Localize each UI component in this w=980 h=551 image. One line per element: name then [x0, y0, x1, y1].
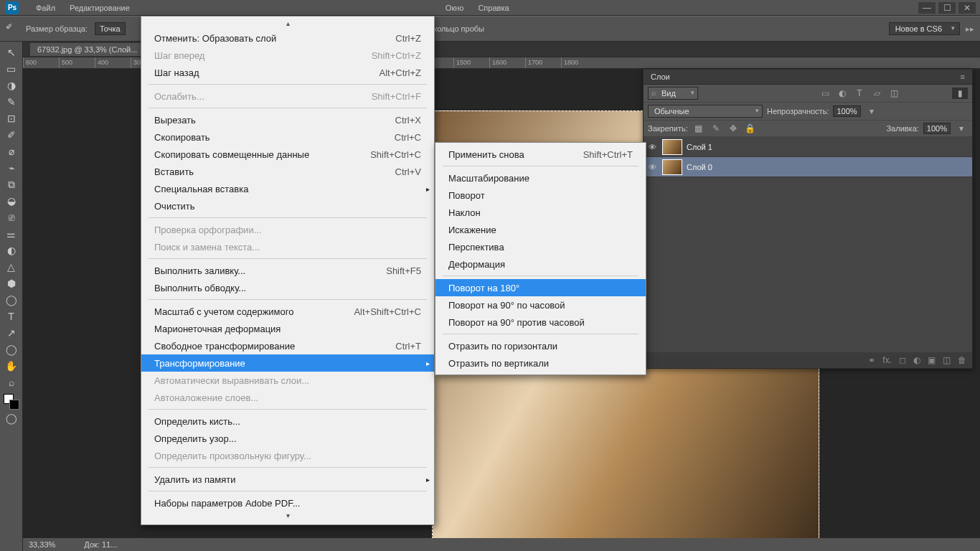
tool-19[interactable]: ✋	[4, 358, 19, 374]
fill-value[interactable]: 100%	[923, 123, 951, 134]
menu-edit[interactable]: Редактирование	[62, 1, 137, 14]
menu-item[interactable]: Масштабирование	[435, 169, 646, 187]
menu-item[interactable]: Применить сноваShift+Ctrl+T	[435, 146, 646, 163]
lock-transparent-icon[interactable]: ▦	[692, 123, 705, 134]
layer-group-icon[interactable]: ▣	[928, 355, 936, 365]
menu-item[interactable]: Деформация	[435, 255, 646, 273]
tool-11[interactable]: ⚌	[4, 226, 19, 242]
tool-20[interactable]: ⌕	[4, 375, 19, 390]
panel-menu-icon[interactable]: ≡	[961, 72, 965, 81]
menu-item[interactable]: Выполнить обводку...	[141, 279, 434, 296]
maximize-button[interactable]: ☐	[938, 2, 956, 14]
menu-item[interactable]: Удалить из памяти▸	[141, 471, 434, 488]
new-layer-icon[interactable]: ◫	[943, 355, 951, 365]
filter-image-icon[interactable]: ▭	[819, 88, 831, 99]
menu-item[interactable]: Наборы параметров Adobe PDF...	[141, 494, 434, 512]
menu-item[interactable]: Наклон	[435, 204, 646, 221]
opacity-value[interactable]: 100%	[833, 105, 860, 117]
menu-item[interactable]: Перспектива	[435, 238, 646, 255]
tool-12[interactable]: ◐	[4, 242, 19, 258]
menu-item[interactable]: Шаг назадAlt+Ctrl+Z	[141, 64, 434, 81]
tool-17[interactable]: ↗	[4, 325, 19, 341]
menu-item[interactable]: Искажение	[435, 221, 646, 238]
menu-item[interactable]: Трансформирование▸	[141, 354, 434, 372]
filter-smart-icon[interactable]: ◫	[887, 88, 900, 99]
filter-toggle[interactable]: ▮	[952, 88, 968, 99]
menu-item[interactable]: СкопироватьCtrl+C	[141, 128, 434, 146]
menu-item[interactable]: Поворот на 90° против часовой	[435, 314, 646, 331]
tool-4[interactable]: ⊡	[4, 110, 19, 126]
layer-thumbnail[interactable]	[662, 139, 682, 155]
layer-fx-icon[interactable]: fx.	[882, 355, 892, 365]
quick-mask-icon[interactable]: ◯	[4, 410, 19, 426]
menu-item[interactable]: Определить узор...	[141, 430, 434, 447]
tool-15[interactable]: ◯	[4, 292, 19, 308]
filter-text-icon[interactable]: T	[853, 88, 866, 99]
tool-3[interactable]: ✎	[4, 94, 19, 110]
menu-scroll-up[interactable]: ▴	[141, 19, 434, 29]
visibility-icon[interactable]: 👁	[646, 163, 658, 171]
tool-7[interactable]: ⌁	[4, 160, 19, 176]
menu-help[interactable]: Справка	[471, 1, 516, 14]
tool-13[interactable]: △	[4, 259, 19, 275]
filter-adjust-icon[interactable]: ◐	[836, 88, 849, 99]
tool-10[interactable]: ⎚	[4, 209, 19, 225]
adjustment-layer-icon[interactable]: ◐	[913, 355, 920, 365]
whats-new-dropdown[interactable]: Новое в CS6	[889, 22, 960, 35]
menu-item[interactable]: Отменить: Образовать слойCtrl+Z	[141, 29, 434, 47]
layer-filter-type[interactable]: Вид	[648, 87, 698, 100]
menu-item[interactable]: Выполнить заливку...Shift+F5	[141, 262, 434, 279]
doc-info[interactable]: Док: 11...	[84, 540, 117, 549]
tool-5[interactable]: ✐	[4, 127, 19, 143]
layer-thumbnail[interactable]	[662, 159, 682, 175]
menu-item[interactable]: Марионеточная деформация	[141, 320, 434, 337]
lock-all-icon[interactable]: 🔒	[744, 123, 757, 134]
layer-row[interactable]: 👁Слой 0	[644, 157, 972, 177]
tool-2[interactable]: ◑	[4, 77, 19, 93]
menu-item[interactable]: ВырезатьCtrl+X	[141, 111, 434, 128]
menu-item[interactable]: Масштаб с учетом содержимогоAlt+Shift+Ct…	[141, 303, 434, 320]
menu-scroll-down[interactable]: ▾	[141, 512, 434, 522]
color-swatches[interactable]	[4, 394, 19, 410]
tool-6[interactable]: ⌀	[4, 143, 19, 159]
sample-size-value[interactable]: Точка	[95, 22, 126, 35]
minimize-button[interactable]: —	[918, 2, 936, 14]
collapse-icon[interactable]: ▸▸	[966, 24, 974, 34]
layers-panel-tab[interactable]: Слои ≡	[644, 70, 972, 85]
tool-8[interactable]: ⧉	[4, 176, 19, 192]
menu-item[interactable]: ВставитьCtrl+V	[141, 163, 434, 180]
tool-18[interactable]: ◯	[4, 342, 19, 357]
lock-position-icon[interactable]: ✥	[727, 123, 740, 134]
delete-layer-icon[interactable]: 🗑	[958, 355, 966, 365]
layer-name[interactable]: Слой 0	[687, 163, 712, 171]
menu-item[interactable]: Отразить по вертикали	[435, 354, 646, 372]
fill-arrow-icon[interactable]: ▾	[955, 123, 968, 134]
menu-item[interactable]: Поворот на 180°	[435, 279, 646, 296]
menu-item[interactable]: Определить кисть...	[141, 413, 434, 430]
menu-file[interactable]: Файл	[29, 1, 62, 14]
menu-item[interactable]: Отразить по горизонтали	[435, 337, 646, 354]
close-button[interactable]: ✕	[958, 2, 976, 14]
tool-0[interactable]: ↖	[4, 44, 19, 60]
menu-window[interactable]: Окно	[438, 1, 471, 14]
tool-14[interactable]: ⬢	[4, 276, 19, 291]
menu-item[interactable]: Поворот на 90° по часовой	[435, 296, 646, 314]
tool-9[interactable]: ◒	[4, 193, 19, 209]
tool-1[interactable]: ▭	[4, 61, 19, 77]
menu-item[interactable]: Скопировать совмещенные данныеShift+Ctrl…	[141, 146, 434, 163]
menu-item[interactable]: Специальная вставка▸	[141, 180, 434, 197]
zoom-readout[interactable]: 33,33%	[29, 540, 55, 549]
lock-paint-icon[interactable]: ✎	[710, 123, 722, 134]
tool-16[interactable]: T	[4, 309, 19, 324]
layer-mask-icon[interactable]: ◻	[899, 355, 906, 365]
opacity-arrow-icon[interactable]: ▾	[865, 105, 878, 117]
menu-item[interactable]: Свободное трансформированиеCtrl+T	[141, 337, 434, 354]
menu-item[interactable]: Поворот	[435, 187, 646, 204]
menu-item[interactable]: Очистить	[141, 197, 434, 215]
layer-name[interactable]: Слой 1	[687, 143, 712, 151]
link-layers-icon[interactable]: ⚭	[868, 355, 875, 365]
document-tab[interactable]: 67932.jpg @ 33,3% (Слой...	[30, 43, 144, 56]
blend-mode[interactable]: Обычные	[648, 105, 763, 118]
layer-row[interactable]: 👁Слой 1	[644, 137, 972, 157]
filter-shape-icon[interactable]: ▱	[870, 88, 883, 99]
